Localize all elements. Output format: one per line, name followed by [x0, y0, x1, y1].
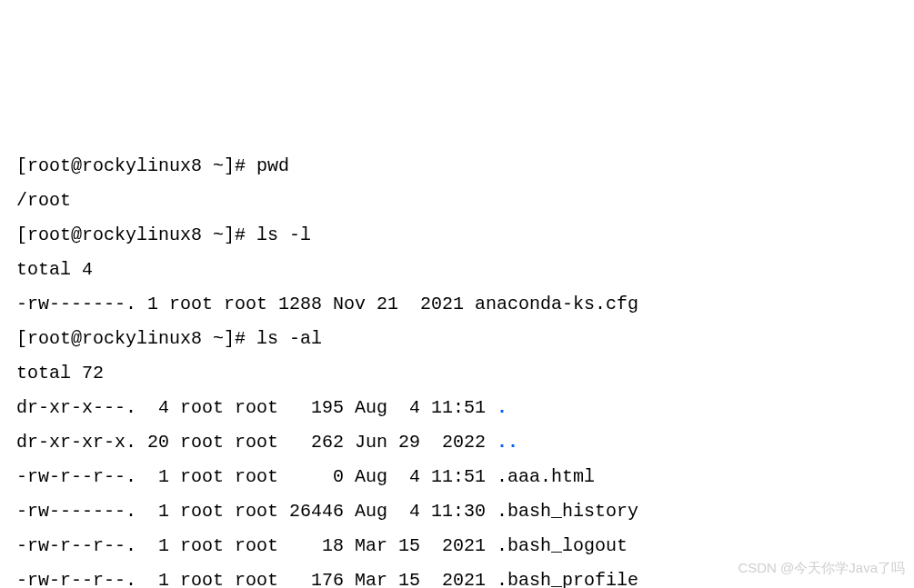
- command-line: [root@rockylinux8 ~]# pwd: [16, 149, 898, 184]
- output-line: dr-xr-x---. 4 root root 195 Aug 4 11:51 …: [16, 391, 898, 425]
- output-line: total 72: [16, 356, 898, 391]
- terminal-output[interactable]: [root@rockylinux8 ~]# pwd/root[root@rock…: [16, 149, 898, 588]
- command-line: [root@rockylinux8 ~]# ls -al: [16, 322, 898, 356]
- shell-prompt: [root@rockylinux8 ~]#: [16, 224, 256, 245]
- file-attrs: dr-xr-xr-x. 20 root root 262 Jun 29 2022: [16, 432, 497, 453]
- directory-name: .: [497, 397, 507, 418]
- output-line: -rw-------. 1 root root 1288 Nov 21 2021…: [16, 287, 898, 322]
- shell-prompt: [root@rockylinux8 ~]#: [16, 155, 256, 176]
- output-line: total 4: [16, 253, 898, 287]
- shell-prompt: [root@rockylinux8 ~]#: [16, 328, 256, 349]
- output-line: -rw-------. 1 root root 26446 Aug 4 11:3…: [16, 494, 898, 529]
- file-attrs: dr-xr-x---. 4 root root 195 Aug 4 11:51: [16, 397, 497, 418]
- watermark-text: CSDN @今天你学Java了吗: [738, 555, 905, 582]
- command-text: ls -al: [256, 328, 322, 349]
- output-line: -rw-r--r--. 1 root root 0 Aug 4 11:51 .a…: [16, 460, 898, 494]
- directory-name: ..: [497, 432, 518, 453]
- command-text: ls -l: [256, 224, 311, 245]
- command-line: [root@rockylinux8 ~]# ls -l: [16, 218, 898, 253]
- output-line: /root: [16, 184, 898, 218]
- output-line: dr-xr-xr-x. 20 root root 262 Jun 29 2022…: [16, 425, 898, 460]
- command-text: pwd: [256, 155, 289, 176]
